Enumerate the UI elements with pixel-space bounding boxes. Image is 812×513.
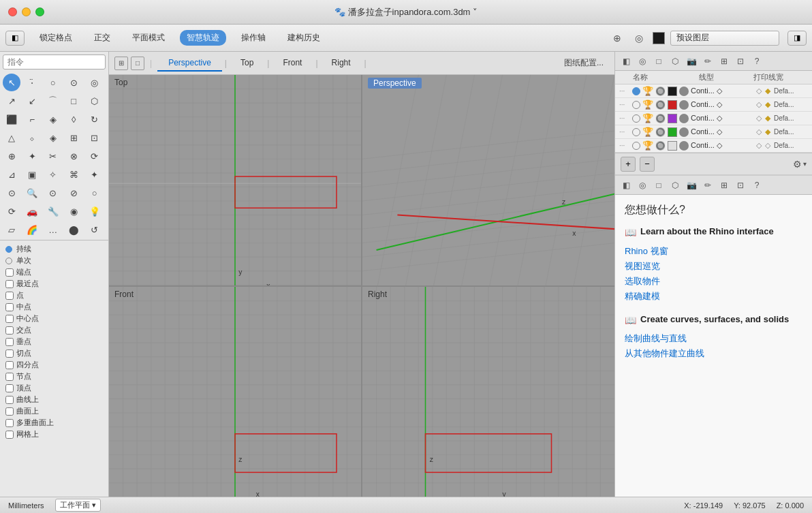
- minimize-button[interactable]: [22, 7, 31, 16]
- snap-grid-btn[interactable]: 锁定格点: [33, 30, 79, 46]
- tool-e2[interactable]: ▣: [23, 166, 41, 183]
- layer-radio[interactable]: [632, 114, 640, 123]
- tool-g4[interactable]: ◉: [65, 202, 82, 220]
- command-input[interactable]: [3, 55, 106, 69]
- tool-d3[interactable]: ✂: [44, 147, 62, 165]
- tool-e3[interactable]: ✧: [44, 166, 62, 183]
- tool-g3[interactable]: 🔧: [44, 202, 62, 220]
- tool-select[interactable]: ↖: [3, 74, 20, 91]
- layers-split-icon[interactable]: ⊡: [734, 55, 747, 68]
- viewport-single-icon[interactable]: □: [131, 57, 144, 70]
- help-grid-icon[interactable]: ⊞: [717, 178, 731, 192]
- help-help-icon[interactable]: ?: [750, 178, 764, 192]
- help-split-icon[interactable]: ⊡: [734, 178, 747, 192]
- snap-quad[interactable]: 四分点: [5, 359, 103, 371]
- snap-near[interactable]: 最近点: [5, 278, 103, 290]
- tool-g1[interactable]: ⟳: [3, 202, 20, 220]
- snap-tan[interactable]: 切点: [5, 347, 103, 359]
- tool-e4[interactable]: ⌘: [65, 166, 82, 183]
- tool-a2[interactable]: ↙: [23, 92, 41, 110]
- tool-circle3[interactable]: ◎: [86, 74, 104, 91]
- preset-layers[interactable]: 预设图层: [670, 31, 779, 46]
- layers-box-icon[interactable]: □: [652, 55, 666, 68]
- tool-f2[interactable]: 🔍: [23, 184, 41, 202]
- viewport-top[interactable]: Top: [109, 75, 361, 285]
- snap-mid[interactable]: 中点: [5, 301, 103, 313]
- snap-onmesh[interactable]: 网格上: [5, 429, 103, 440]
- snap-circle-icon[interactable]: ◎: [631, 30, 647, 46]
- snap-perp[interactable]: 垂点: [5, 336, 103, 347]
- history-btn[interactable]: 建构历史: [281, 30, 327, 46]
- tool-b2[interactable]: ⌐: [23, 110, 41, 128]
- layers-cube-icon[interactable]: ⬡: [668, 55, 682, 68]
- sidebar-toggle[interactable]: ◧: [5, 31, 25, 46]
- layers-grid-icon[interactable]: ⊞: [717, 55, 731, 68]
- tool-h2[interactable]: 🌈: [23, 221, 41, 238]
- layers-edit-icon[interactable]: ✏: [701, 55, 715, 68]
- snap-plus-icon[interactable]: ⊕: [609, 30, 625, 46]
- layer-row[interactable]: ··· 🏆 🔘 Conti... ◇ ◇ ◆ Defa...: [615, 112, 812, 125]
- snap-once[interactable]: 单次: [5, 255, 103, 266]
- snap-continuous[interactable]: 持续: [5, 243, 103, 255]
- layer-color[interactable]: [668, 114, 677, 123]
- tab-right[interactable]: Right: [321, 55, 362, 72]
- tool-b3[interactable]: ◈: [44, 110, 62, 128]
- add-layer-btn[interactable]: +: [621, 157, 636, 172]
- snap-oncurve[interactable]: 曲线上: [5, 394, 103, 405]
- tool-b4[interactable]: ◊: [65, 110, 82, 128]
- help-link[interactable]: 精确建模: [625, 289, 802, 304]
- help-edit-icon[interactable]: ✏: [701, 178, 715, 192]
- snap-endpoint[interactable]: 端点: [5, 266, 103, 278]
- maximize-button[interactable]: [35, 7, 44, 16]
- snap-onpolysurface[interactable]: 多重曲面上: [5, 417, 103, 429]
- remove-layer-btn[interactable]: −: [640, 157, 655, 172]
- tool-d5[interactable]: ⟳: [86, 147, 104, 165]
- layer-row[interactable]: ··· 🏆 🔘 Conti... ◇ ◇ ◆ Defa...: [615, 84, 812, 98]
- planar-btn[interactable]: 平面模式: [125, 30, 172, 46]
- snap-onsurface[interactable]: 曲面上: [5, 405, 103, 417]
- viewport-grid-icon[interactable]: ⊞: [114, 57, 128, 70]
- status-plane[interactable]: 工作平面 ▾: [55, 499, 101, 512]
- layer-color[interactable]: [668, 141, 677, 151]
- tool-h1[interactable]: ▱: [3, 221, 20, 238]
- layers-stack-icon[interactable]: ◧: [619, 55, 633, 68]
- help-link[interactable]: 选取物件: [625, 274, 802, 289]
- smart-track-btn[interactable]: 智慧轨迹: [180, 30, 226, 46]
- help-link[interactable]: 从其他物件建立曲线: [625, 346, 802, 361]
- tool-c5[interactable]: ⊡: [86, 129, 104, 146]
- help-cam-icon[interactable]: 📷: [685, 178, 698, 192]
- layers-cam-icon[interactable]: 📷: [685, 55, 698, 68]
- paper-config-btn[interactable]: 图纸配置...: [559, 56, 609, 70]
- viewport-perspective[interactable]: Perspective: [362, 75, 614, 285]
- tool-f4[interactable]: ⊘: [65, 184, 82, 202]
- close-button[interactable]: [8, 7, 17, 16]
- viewport-right[interactable]: Right: [362, 287, 614, 497]
- layers-circle-icon[interactable]: ◎: [636, 55, 649, 68]
- snap-knot[interactable]: 节点: [5, 371, 103, 382]
- ortho-btn[interactable]: 正交: [87, 30, 117, 46]
- tool-g5[interactable]: 💡: [86, 202, 104, 220]
- layer-radio[interactable]: [632, 101, 640, 109]
- tool-d1[interactable]: ⊕: [3, 147, 20, 165]
- tool-c3[interactable]: ◈: [44, 129, 62, 146]
- snap-center[interactable]: 中心点: [5, 313, 103, 324]
- tool-poly[interactable]: ⬡: [86, 92, 104, 110]
- help-box-icon[interactable]: □: [652, 178, 666, 192]
- tool-b1[interactable]: ⬛: [3, 110, 20, 128]
- tool-circle1[interactable]: ○: [44, 74, 62, 91]
- tool-circle2[interactable]: ⊙: [65, 74, 82, 91]
- layer-color[interactable]: [668, 127, 677, 137]
- layers-help-icon[interactable]: ?: [750, 55, 764, 68]
- tab-perspective[interactable]: Perspective: [157, 55, 222, 72]
- layer-radio[interactable]: [632, 128, 640, 136]
- help-circle-icon[interactable]: ◎: [636, 178, 649, 192]
- tool-d4[interactable]: ⊗: [65, 147, 82, 165]
- layer-row[interactable]: ··· 🏆 🔘 Conti... ◇ ◇ ◇ Defa...: [615, 139, 812, 153]
- tool-b5[interactable]: ↻: [86, 110, 104, 128]
- tool-rect[interactable]: □: [65, 92, 82, 110]
- color-swatch[interactable]: [653, 32, 665, 44]
- layers-settings-btn[interactable]: ⚙ ▾: [793, 159, 807, 170]
- tool-c1[interactable]: △: [3, 129, 20, 146]
- tool-f5[interactable]: ○: [86, 184, 104, 202]
- help-link[interactable]: 绘制曲线与直线: [625, 331, 802, 346]
